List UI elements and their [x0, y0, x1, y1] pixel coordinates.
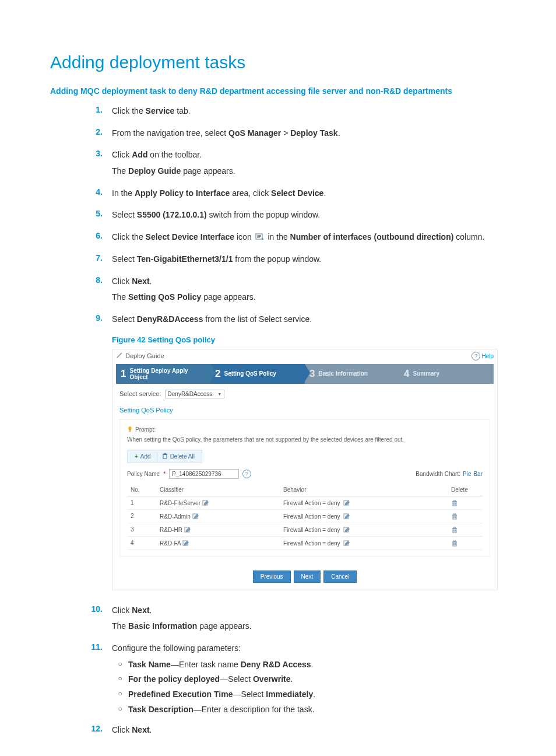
- delete-all-button[interactable]: Delete All: [157, 452, 199, 461]
- step-body: Select DenyR&DAccess from the list of Se…: [112, 313, 506, 330]
- wizard-steps: 1 Setting Deploy Apply Object 2 Setting …: [116, 364, 494, 384]
- edit-icon[interactable]: [184, 526, 191, 533]
- trash-icon[interactable]: [451, 526, 458, 533]
- edit-icon[interactable]: [343, 526, 350, 533]
- bullet-icon: ○: [112, 688, 128, 699]
- cell-classifier: R&D-Admin: [156, 509, 280, 523]
- bullet-icon: ○: [112, 673, 128, 684]
- edit-icon[interactable]: [202, 499, 209, 506]
- step-body: Select Ten-GigabitEthernet3/1/1 from the…: [112, 253, 506, 270]
- wand-icon: [116, 352, 123, 360]
- cell-no: 3: [127, 523, 156, 536]
- th-no: No.: [127, 484, 156, 496]
- svg-rect-5: [163, 454, 167, 459]
- bandwidth-chart-pie-link[interactable]: Pie: [463, 471, 471, 477]
- svg-rect-12: [454, 501, 456, 502]
- help-icon: ?: [471, 352, 480, 360]
- select-service-label: Select service:: [119, 390, 161, 397]
- next-button[interactable]: Next: [294, 570, 321, 583]
- step-number: 10.: [50, 604, 112, 614]
- step-body: Click the Service tab.: [112, 105, 506, 121]
- cell-delete: [448, 509, 483, 523]
- step-body: Click the Select Device Interface icon i…: [112, 231, 506, 247]
- step-body: Click Next.: [112, 724, 506, 740]
- step-number: 1.: [50, 105, 112, 114]
- plus-icon: +: [135, 453, 138, 460]
- screenshot: Deploy Guide ? Help 1 Setting Deploy App…: [112, 349, 498, 590]
- svg-rect-20: [454, 514, 456, 515]
- policy-name-input[interactable]: P_1408625029736: [169, 469, 239, 479]
- th-behavior: Behavior: [280, 484, 448, 496]
- step-number: 4.: [50, 187, 112, 197]
- step-body: From the navigation tree, select QoS Man…: [112, 127, 506, 144]
- page-title: Adding deployment tasks: [50, 52, 506, 72]
- required-asterisk: *: [163, 471, 166, 477]
- list-item: ○ Predefined Execution Time—Select Immed…: [112, 688, 506, 701]
- step-body: Click Add on the toolbar. The Deploy Gui…: [112, 149, 506, 181]
- cell-no: 2: [127, 509, 156, 523]
- table-row: 4R&D-FA Firewall Action = deny: [127, 536, 483, 550]
- select-service-dropdown[interactable]: DenyR&DAccess: [165, 390, 225, 398]
- prompt-note: When setting the QoS policy, the paramet…: [127, 436, 483, 443]
- step-number: 12.: [50, 724, 112, 733]
- step-number: 6.: [50, 231, 112, 240]
- trash-icon[interactable]: [451, 499, 458, 506]
- section-subtitle: Adding MQC deployment task to deny R&D d…: [50, 86, 506, 96]
- wizard-step-2[interactable]: 2 Setting QoS Policy: [210, 364, 305, 384]
- wizard-step-1[interactable]: 1 Setting Deploy Apply Object: [116, 364, 210, 384]
- edit-icon[interactable]: [192, 513, 199, 520]
- edit-icon[interactable]: [343, 540, 350, 547]
- svg-rect-28: [454, 527, 456, 528]
- step-number: 7.: [50, 253, 112, 262]
- select-device-interface-icon: [255, 232, 265, 240]
- bandwidth-chart-bar-link[interactable]: Bar: [473, 471, 483, 477]
- wizard-step-3[interactable]: 3 Basic Information: [305, 364, 399, 384]
- cell-behavior: Firewall Action = deny: [280, 496, 448, 509]
- edit-icon[interactable]: [182, 540, 189, 547]
- step-number: 3.: [50, 149, 112, 158]
- cell-no: 1: [127, 496, 156, 509]
- trash-icon[interactable]: [451, 540, 458, 547]
- lightbulb-icon: [127, 426, 133, 434]
- th-classifier: Classifier: [156, 484, 280, 496]
- cell-no: 4: [127, 536, 156, 550]
- policy-name-label: Policy Name: [127, 471, 160, 477]
- cell-delete: [448, 496, 483, 509]
- step-body: Configure the following parameters: ○ Ta…: [112, 642, 506, 718]
- table-row: 2R&D-Admin Firewall Action = deny: [127, 509, 483, 523]
- cell-behavior: Firewall Action = deny: [280, 509, 448, 523]
- bullet-icon: ○: [112, 659, 128, 670]
- step-number: 8.: [50, 275, 112, 285]
- trash-icon: [162, 453, 168, 460]
- step-body: Select S5500 (172.10.0.1) switch from th…: [112, 209, 506, 225]
- wizard-step-4[interactable]: 4 Summary: [399, 364, 494, 384]
- cell-classifier: R&D-FA: [156, 536, 280, 550]
- list-item: ○ Task Name—Enter task name Deny R&D Acc…: [112, 659, 506, 671]
- step-body: Click Next. The Basic Information page a…: [112, 604, 506, 636]
- list-item: ○ For the policy deployed—Select Overwri…: [112, 673, 506, 686]
- edit-icon[interactable]: [343, 499, 350, 506]
- list-item: ○ Task Description—Enter a description f…: [112, 704, 506, 716]
- cell-delete: [448, 536, 483, 550]
- help-icon[interactable]: ?: [242, 470, 251, 478]
- trash-icon[interactable]: [451, 513, 458, 520]
- cell-classifier: R&D-HR: [156, 523, 280, 536]
- svg-rect-36: [454, 541, 456, 542]
- help-link[interactable]: ? Help: [471, 352, 494, 360]
- section-title: Setting QoS Policy: [119, 407, 490, 414]
- breadcrumb: Deploy Guide: [125, 352, 164, 359]
- step-number: 9.: [50, 313, 112, 323]
- add-button[interactable]: + Add: [130, 452, 156, 461]
- policy-table: No. Classifier Behavior Delete 1R&D-File…: [127, 484, 483, 550]
- svg-rect-4: [129, 430, 131, 431]
- th-delete: Delete: [448, 484, 483, 496]
- edit-icon[interactable]: [343, 513, 350, 520]
- table-row: 1R&D-FileServer Firewall Action = deny: [127, 496, 483, 509]
- previous-button[interactable]: Previous: [253, 570, 291, 583]
- step-body: Click Next. The Setting QoS Policy page …: [112, 275, 506, 307]
- cancel-button[interactable]: Cancel: [323, 570, 357, 583]
- step-number: 5.: [50, 209, 112, 218]
- figure-caption: Figure 42 Setting QoS policy: [112, 335, 506, 344]
- svg-rect-7: [164, 453, 166, 454]
- step-number: 2.: [50, 127, 112, 136]
